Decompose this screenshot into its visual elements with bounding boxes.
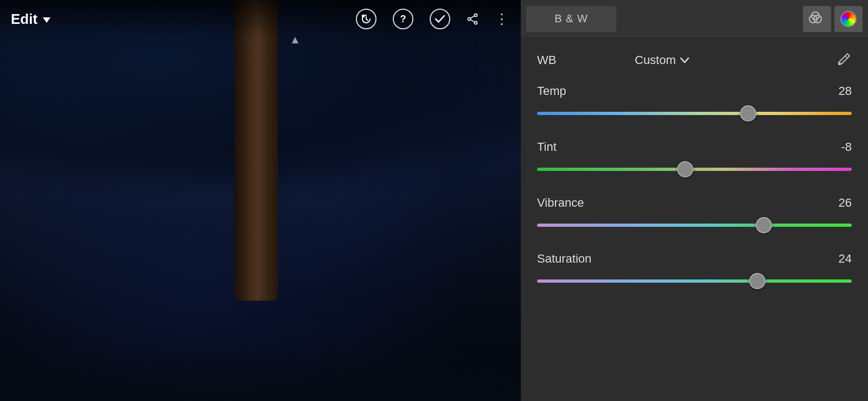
edit-label: Edit — [11, 11, 37, 28]
svg-point-2 — [468, 18, 471, 21]
tint-slider-header: Tint -8 — [537, 140, 852, 154]
temp-slider-row: Temp 28 — [537, 84, 852, 121]
channels-icon — [809, 12, 825, 26]
help-button[interactable]: ? — [393, 9, 413, 29]
more-icon: ⋮ — [495, 12, 510, 26]
temp-slider-track — [537, 112, 852, 115]
tint-value: -8 — [841, 140, 852, 154]
tint-slider-track-container[interactable] — [537, 162, 852, 177]
left-panel: Edit ? — [0, 0, 521, 401]
vibrance-slider-row: Vibrance 26 — [537, 196, 852, 233]
colorwheel-icon — [840, 11, 857, 27]
temp-value: 28 — [839, 84, 852, 98]
temp-slider-thumb[interactable] — [740, 105, 756, 122]
wb-preset-label: Custom — [635, 53, 676, 67]
check-icon — [435, 15, 445, 23]
eyedropper-container[interactable] — [837, 52, 852, 69]
wb-value-group[interactable]: Custom — [635, 53, 689, 67]
history-button[interactable] — [356, 9, 376, 29]
wb-chevron-icon — [680, 58, 689, 63]
share-button[interactable] — [467, 13, 478, 25]
tint-slider-thumb[interactable] — [677, 161, 693, 177]
saturation-slider-thumb[interactable] — [749, 273, 765, 289]
ground — [0, 341, 521, 401]
share-icon — [467, 13, 478, 25]
vibrance-slider-thumb[interactable] — [756, 217, 772, 233]
tint-label: Tint — [537, 140, 557, 154]
saturation-slider-row: Saturation 24 — [537, 252, 852, 289]
saturation-label: Saturation — [537, 252, 591, 266]
saturation-slider-track-container[interactable] — [537, 273, 852, 289]
vibrance-slider-header: Vibrance 26 — [537, 196, 852, 210]
wb-row: WB Custom — [537, 52, 852, 69]
eyedropper-icon — [837, 52, 852, 67]
temp-label: Temp — [537, 84, 566, 98]
signal-icon — [292, 37, 298, 47]
history-icon — [361, 14, 372, 24]
edit-button[interactable]: Edit — [11, 11, 50, 28]
signal-arrow-icon — [292, 37, 298, 46]
sliders-container: Temp 28 Tint -8 — [537, 84, 852, 289]
saturation-slider-header: Saturation 24 — [537, 252, 852, 266]
done-button[interactable] — [430, 9, 450, 29]
temp-slider-header: Temp 28 — [537, 84, 852, 98]
top-bar-icons: ? — [356, 9, 510, 29]
vibrance-slider-track — [537, 224, 852, 227]
more-button[interactable]: ⋮ — [495, 12, 510, 26]
help-icon: ? — [400, 14, 406, 25]
wb-label: WB — [537, 53, 580, 67]
right-toolbar: B & W — [521, 0, 868, 38]
channels-button[interactable] — [803, 6, 831, 32]
vibrance-slider-track-container[interactable] — [537, 218, 852, 233]
saturation-value: 24 — [839, 252, 852, 266]
svg-point-1 — [475, 22, 477, 24]
temp-slider-track-container[interactable] — [537, 106, 852, 121]
saturation-slider-track — [537, 279, 852, 283]
tint-slider-track — [537, 168, 852, 171]
photo-area: Edit ? — [0, 0, 521, 401]
colorwheel-button[interactable] — [834, 6, 863, 32]
bw-button[interactable]: B & W — [526, 6, 616, 32]
svg-point-0 — [475, 14, 477, 17]
right-content: WB Custom Temp — [521, 38, 868, 401]
dropdown-arrow-icon — [43, 17, 50, 23]
vibrance-label: Vibrance — [537, 196, 584, 210]
top-bar: Edit ? — [0, 0, 521, 38]
tint-slider-row: Tint -8 — [537, 140, 852, 177]
vibrance-value: 26 — [839, 196, 852, 210]
right-panel: B & W WB Custom — [521, 0, 868, 401]
